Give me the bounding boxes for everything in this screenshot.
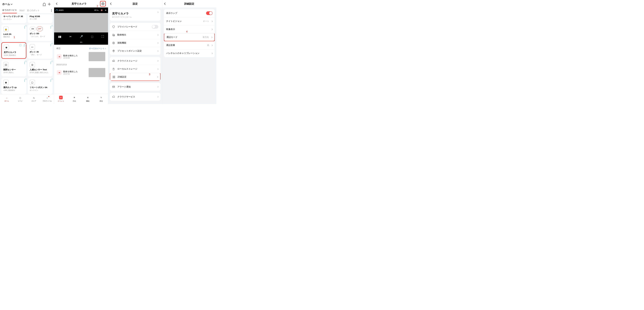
settings-button[interactable]	[100, 1, 106, 6]
row-night-vision[interactable]: ナイトビジョン オート	[164, 17, 215, 25]
mute-icon[interactable]: 🔇	[101, 9, 103, 11]
card-plug[interactable]: Plug 3C0B オン | 0W	[28, 14, 53, 23]
advanced-title: 詳細設定	[184, 2, 194, 6]
row-alert-notification[interactable]: アラート通知	[110, 83, 160, 91]
bot-on-button[interactable]: ON	[30, 26, 36, 31]
tab-replay[interactable]: ↻再生	[94, 94, 108, 104]
add-button[interactable]	[47, 2, 52, 7]
tab-store[interactable]: 🛍ストア	[27, 94, 40, 104]
screenshot-button[interactable]: ✂	[70, 35, 72, 38]
cloud-icon	[112, 96, 115, 98]
event-thumbnail	[89, 68, 105, 77]
remote-icon: ▢	[30, 80, 35, 85]
svg-rect-8	[114, 77, 115, 78]
camera-icon: ◉	[3, 80, 8, 85]
svg-rect-6	[114, 76, 115, 77]
row-device-info[interactable]: 見守りカメラ 全てのデバイス | ホーム	[110, 9, 160, 21]
annotation-3: 3	[149, 73, 150, 76]
svg-point-4	[113, 50, 114, 51]
tab-all-devices[interactable]: 全てのデバイス	[2, 8, 17, 13]
card-keypad-touch[interactable]: キーパッドタッチ 3E オンライン	[2, 14, 26, 23]
chevron-down-icon[interactable]	[11, 3, 12, 5]
row-patrol[interactable]: 巡航機能	[110, 39, 160, 47]
notifications-button[interactable]	[42, 2, 47, 7]
event-time: 13:17:21	[63, 73, 78, 75]
preset-position: 4/4	[54, 41, 108, 45]
card-status: 「押す」 モード	[30, 54, 51, 56]
card-name: 開閉センサー	[3, 68, 24, 71]
privacy-toggle[interactable]	[152, 25, 158, 28]
record-button[interactable]: ⬚	[91, 35, 93, 38]
lock-icon: 🔒	[3, 26, 8, 32]
pause-button[interactable]: ▮▮	[58, 35, 61, 38]
screen-advanced-settings: 詳細設定 表示ランプ ナイトビジョン オート 映像表示 通話モード 単方向	[162, 0, 216, 104]
tab-event[interactable]: ≣イベント	[54, 94, 68, 104]
card-name: Plug 3C0B	[30, 15, 51, 18]
cloud-icon	[51, 80, 51, 82]
advanced-body[interactable]: 表示ランプ ナイトビジョン オート 映像表示 通話モード 単方向 通話音量 高	[162, 8, 216, 104]
row-pantilt-calibration[interactable]: パンチルトのキャリブレーション	[164, 49, 215, 57]
card-status: 「スイッチ」 モード	[30, 35, 51, 38]
card-contact-sensor[interactable]: ▯▯ 開閉センサー 10:03 | 閉めた	[2, 60, 26, 76]
row-video-display[interactable]: 映像表示	[164, 25, 215, 33]
card-mimamori-camera[interactable]: ◉ 見守りカメラ 10:04 | 動体検出	[2, 42, 26, 59]
row-motion-detection[interactable]: 動体検出	[110, 31, 160, 39]
card-status: オンライン	[30, 89, 51, 92]
tab-home[interactable]: ⌂ホーム	[0, 94, 14, 104]
svg-rect-5	[113, 76, 114, 77]
back-button[interactable]	[110, 3, 112, 5]
back-button[interactable]	[164, 3, 166, 5]
home-title[interactable]: ホーム	[2, 2, 10, 6]
video-feed[interactable]	[54, 13, 108, 32]
row-cloud-service[interactable]: クラウドサービス	[110, 93, 160, 101]
tab-nearby[interactable]: 近くのボット	[27, 8, 40, 13]
all-events-link[interactable]: すべてのイベント ›	[89, 47, 106, 50]
card-remote-button[interactable]: ▢ リモートボタン 0A オンライン	[28, 78, 53, 94]
card-bot-b5[interactable]: ON OFF ボット B5 「スイッチ」 モード	[28, 24, 53, 41]
more-menu-button[interactable]	[51, 9, 52, 12]
mic-button[interactable]: 🎤	[80, 35, 83, 38]
card-status: オンライン	[3, 18, 24, 20]
hd-toggle[interactable]: HD ⇆	[94, 9, 98, 11]
event-item[interactable]: ➜ 動体を検出した 10:04:00	[56, 51, 106, 62]
chevron-right-icon	[157, 11, 158, 13]
scene-icon: ◯	[19, 96, 22, 100]
row-call-volume[interactable]: 通話音量 高	[164, 41, 215, 49]
bot-off-button[interactable]: OFF	[36, 26, 43, 31]
row-call-mode[interactable]: 通話モード 単方向	[164, 33, 215, 41]
row-preset-point[interactable]: プリセットポイント設定	[110, 47, 160, 55]
sd-icon	[20, 44, 21, 46]
call-volume-value: 高	[207, 44, 209, 46]
back-button[interactable]	[56, 3, 58, 5]
event-item[interactable]: ➜ 動体を検出した 13:17:21	[56, 67, 106, 78]
fullscreen-button[interactable]: ⛶	[102, 35, 104, 38]
row-advanced-settings[interactable]: 詳細設定	[110, 73, 160, 81]
row-cloud-storage[interactable]: クラウドストレージ	[110, 57, 160, 65]
cloud-icon	[24, 44, 24, 47]
device-grid[interactable]: キーパッドタッチ 3E オンライン Plug 3C0B オン | 0W 🔒 Lo…	[0, 14, 54, 94]
settings-body[interactable]: 見守りカメラ 全てのデバイス | ホーム プライバシーモード 動体検出 巡航機能	[108, 8, 162, 104]
row-local-storage[interactable]: ローカルストレージ	[110, 65, 160, 73]
camera-tabbar: ≣イベント ✥方向 ⊞機能 ↻再生	[54, 94, 108, 104]
layout-icon[interactable]: ⊞	[105, 9, 106, 11]
device-tabs: 全てのデバイス TEST 近くのボット	[0, 8, 54, 14]
card-status: 10:03 | 閉めた	[3, 72, 24, 74]
tab-function[interactable]: ⊞機能	[81, 94, 94, 104]
row-privacy-mode[interactable]: プライバシーモード	[110, 23, 160, 31]
card-name: ボット B5	[30, 32, 51, 35]
tab-direction[interactable]: ✥方向	[68, 94, 81, 104]
annotation-2: 2	[97, 5, 98, 8]
tab-profile[interactable]: ☺プロフィール	[40, 94, 54, 104]
replay-icon: ↻	[100, 96, 103, 99]
wifi-icon	[56, 10, 58, 11]
chevron-right-icon	[211, 36, 212, 38]
lamp-toggle[interactable]	[206, 11, 212, 15]
tab-scene[interactable]: ◯シーン	[14, 94, 27, 104]
row-display-lamp[interactable]: 表示ランプ	[164, 9, 215, 17]
tab-test[interactable]: TEST	[19, 8, 24, 13]
call-mode-value: 単方向	[203, 36, 209, 38]
card-indoor-cam[interactable]: ◉ 屋内カメラ zp >24h | 動体検出	[2, 78, 26, 94]
card-motion-sensor[interactable]: ◎ 人感センサー Test 10:16 | 最後に検出された	[28, 60, 53, 76]
contact-sensor-icon: ▯▯	[3, 62, 8, 67]
card-bot-35[interactable]: ▭ ボット 35 「押す」 モード	[28, 42, 53, 59]
